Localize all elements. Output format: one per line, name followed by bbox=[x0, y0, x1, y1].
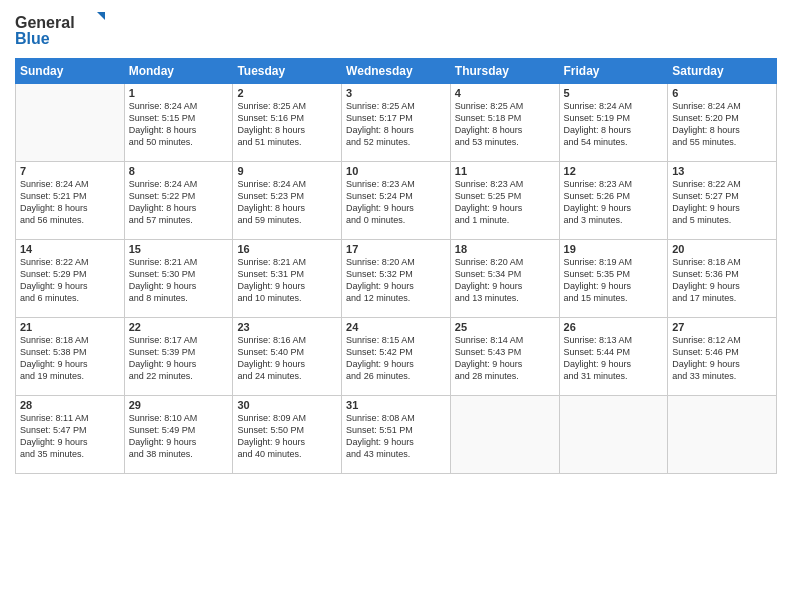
day-number: 23 bbox=[237, 321, 337, 333]
calendar-cell: 20Sunrise: 8:18 AMSunset: 5:36 PMDayligh… bbox=[668, 240, 777, 318]
calendar-cell: 26Sunrise: 8:13 AMSunset: 5:44 PMDayligh… bbox=[559, 318, 668, 396]
cell-info: Sunrise: 8:24 AMSunset: 5:22 PMDaylight:… bbox=[129, 178, 229, 227]
day-number: 3 bbox=[346, 87, 446, 99]
logo: General Blue bbox=[15, 10, 105, 50]
day-number: 29 bbox=[129, 399, 229, 411]
day-number: 12 bbox=[564, 165, 664, 177]
cell-info: Sunrise: 8:08 AMSunset: 5:51 PMDaylight:… bbox=[346, 412, 446, 461]
calendar-cell: 22Sunrise: 8:17 AMSunset: 5:39 PMDayligh… bbox=[124, 318, 233, 396]
calendar-cell: 21Sunrise: 8:18 AMSunset: 5:38 PMDayligh… bbox=[16, 318, 125, 396]
calendar-week-1: 1Sunrise: 8:24 AMSunset: 5:15 PMDaylight… bbox=[16, 84, 777, 162]
day-number: 24 bbox=[346, 321, 446, 333]
day-number: 18 bbox=[455, 243, 555, 255]
cell-info: Sunrise: 8:10 AMSunset: 5:49 PMDaylight:… bbox=[129, 412, 229, 461]
day-number: 21 bbox=[20, 321, 120, 333]
weekday-thursday: Thursday bbox=[450, 59, 559, 84]
cell-info: Sunrise: 8:19 AMSunset: 5:35 PMDaylight:… bbox=[564, 256, 664, 305]
cell-info: Sunrise: 8:11 AMSunset: 5:47 PMDaylight:… bbox=[20, 412, 120, 461]
calendar-week-2: 7Sunrise: 8:24 AMSunset: 5:21 PMDaylight… bbox=[16, 162, 777, 240]
cell-info: Sunrise: 8:23 AMSunset: 5:24 PMDaylight:… bbox=[346, 178, 446, 227]
day-number: 22 bbox=[129, 321, 229, 333]
cell-info: Sunrise: 8:17 AMSunset: 5:39 PMDaylight:… bbox=[129, 334, 229, 383]
calendar-cell: 6Sunrise: 8:24 AMSunset: 5:20 PMDaylight… bbox=[668, 84, 777, 162]
calendar-cell: 27Sunrise: 8:12 AMSunset: 5:46 PMDayligh… bbox=[668, 318, 777, 396]
calendar-cell bbox=[16, 84, 125, 162]
day-number: 20 bbox=[672, 243, 772, 255]
calendar-cell: 18Sunrise: 8:20 AMSunset: 5:34 PMDayligh… bbox=[450, 240, 559, 318]
cell-info: Sunrise: 8:24 AMSunset: 5:21 PMDaylight:… bbox=[20, 178, 120, 227]
cell-info: Sunrise: 8:23 AMSunset: 5:25 PMDaylight:… bbox=[455, 178, 555, 227]
day-number: 6 bbox=[672, 87, 772, 99]
cell-info: Sunrise: 8:20 AMSunset: 5:32 PMDaylight:… bbox=[346, 256, 446, 305]
calendar-table: SundayMondayTuesdayWednesdayThursdayFrid… bbox=[15, 58, 777, 474]
calendar-cell: 5Sunrise: 8:24 AMSunset: 5:19 PMDaylight… bbox=[559, 84, 668, 162]
svg-text:Blue: Blue bbox=[15, 30, 50, 47]
calendar-cell: 28Sunrise: 8:11 AMSunset: 5:47 PMDayligh… bbox=[16, 396, 125, 474]
calendar-cell: 10Sunrise: 8:23 AMSunset: 5:24 PMDayligh… bbox=[342, 162, 451, 240]
calendar-cell: 14Sunrise: 8:22 AMSunset: 5:29 PMDayligh… bbox=[16, 240, 125, 318]
day-number: 26 bbox=[564, 321, 664, 333]
cell-info: Sunrise: 8:21 AMSunset: 5:31 PMDaylight:… bbox=[237, 256, 337, 305]
day-number: 7 bbox=[20, 165, 120, 177]
svg-marker-2 bbox=[97, 12, 105, 22]
day-number: 19 bbox=[564, 243, 664, 255]
weekday-saturday: Saturday bbox=[668, 59, 777, 84]
day-number: 30 bbox=[237, 399, 337, 411]
calendar-cell: 29Sunrise: 8:10 AMSunset: 5:49 PMDayligh… bbox=[124, 396, 233, 474]
cell-info: Sunrise: 8:15 AMSunset: 5:42 PMDaylight:… bbox=[346, 334, 446, 383]
calendar-cell: 16Sunrise: 8:21 AMSunset: 5:31 PMDayligh… bbox=[233, 240, 342, 318]
calendar-cell: 1Sunrise: 8:24 AMSunset: 5:15 PMDaylight… bbox=[124, 84, 233, 162]
day-number: 10 bbox=[346, 165, 446, 177]
weekday-friday: Friday bbox=[559, 59, 668, 84]
calendar-cell bbox=[450, 396, 559, 474]
cell-info: Sunrise: 8:12 AMSunset: 5:46 PMDaylight:… bbox=[672, 334, 772, 383]
weekday-tuesday: Tuesday bbox=[233, 59, 342, 84]
cell-info: Sunrise: 8:22 AMSunset: 5:29 PMDaylight:… bbox=[20, 256, 120, 305]
day-number: 5 bbox=[564, 87, 664, 99]
calendar-cell: 2Sunrise: 8:25 AMSunset: 5:16 PMDaylight… bbox=[233, 84, 342, 162]
cell-info: Sunrise: 8:18 AMSunset: 5:36 PMDaylight:… bbox=[672, 256, 772, 305]
cell-info: Sunrise: 8:25 AMSunset: 5:17 PMDaylight:… bbox=[346, 100, 446, 149]
day-number: 15 bbox=[129, 243, 229, 255]
cell-info: Sunrise: 8:25 AMSunset: 5:16 PMDaylight:… bbox=[237, 100, 337, 149]
weekday-wednesday: Wednesday bbox=[342, 59, 451, 84]
cell-info: Sunrise: 8:24 AMSunset: 5:19 PMDaylight:… bbox=[564, 100, 664, 149]
calendar-cell: 12Sunrise: 8:23 AMSunset: 5:26 PMDayligh… bbox=[559, 162, 668, 240]
day-number: 28 bbox=[20, 399, 120, 411]
calendar-cell: 8Sunrise: 8:24 AMSunset: 5:22 PMDaylight… bbox=[124, 162, 233, 240]
header: General Blue bbox=[15, 10, 777, 50]
cell-info: Sunrise: 8:23 AMSunset: 5:26 PMDaylight:… bbox=[564, 178, 664, 227]
day-number: 13 bbox=[672, 165, 772, 177]
calendar-cell: 13Sunrise: 8:22 AMSunset: 5:27 PMDayligh… bbox=[668, 162, 777, 240]
cell-info: Sunrise: 8:21 AMSunset: 5:30 PMDaylight:… bbox=[129, 256, 229, 305]
day-number: 11 bbox=[455, 165, 555, 177]
cell-info: Sunrise: 8:13 AMSunset: 5:44 PMDaylight:… bbox=[564, 334, 664, 383]
calendar-cell bbox=[668, 396, 777, 474]
calendar-cell: 15Sunrise: 8:21 AMSunset: 5:30 PMDayligh… bbox=[124, 240, 233, 318]
calendar-cell: 30Sunrise: 8:09 AMSunset: 5:50 PMDayligh… bbox=[233, 396, 342, 474]
weekday-header-row: SundayMondayTuesdayWednesdayThursdayFrid… bbox=[16, 59, 777, 84]
calendar-cell bbox=[559, 396, 668, 474]
calendar-cell: 19Sunrise: 8:19 AMSunset: 5:35 PMDayligh… bbox=[559, 240, 668, 318]
calendar-cell: 7Sunrise: 8:24 AMSunset: 5:21 PMDaylight… bbox=[16, 162, 125, 240]
calendar-week-5: 28Sunrise: 8:11 AMSunset: 5:47 PMDayligh… bbox=[16, 396, 777, 474]
cell-info: Sunrise: 8:24 AMSunset: 5:20 PMDaylight:… bbox=[672, 100, 772, 149]
calendar-page: General Blue SundayMondayTuesdayWednesda… bbox=[0, 0, 792, 612]
day-number: 31 bbox=[346, 399, 446, 411]
svg-text:General: General bbox=[15, 14, 75, 31]
day-number: 8 bbox=[129, 165, 229, 177]
cell-info: Sunrise: 8:22 AMSunset: 5:27 PMDaylight:… bbox=[672, 178, 772, 227]
calendar-cell: 24Sunrise: 8:15 AMSunset: 5:42 PMDayligh… bbox=[342, 318, 451, 396]
logo-svg: General Blue bbox=[15, 10, 105, 50]
cell-info: Sunrise: 8:24 AMSunset: 5:23 PMDaylight:… bbox=[237, 178, 337, 227]
calendar-cell: 25Sunrise: 8:14 AMSunset: 5:43 PMDayligh… bbox=[450, 318, 559, 396]
day-number: 16 bbox=[237, 243, 337, 255]
day-number: 2 bbox=[237, 87, 337, 99]
weekday-sunday: Sunday bbox=[16, 59, 125, 84]
calendar-week-3: 14Sunrise: 8:22 AMSunset: 5:29 PMDayligh… bbox=[16, 240, 777, 318]
calendar-cell: 17Sunrise: 8:20 AMSunset: 5:32 PMDayligh… bbox=[342, 240, 451, 318]
day-number: 27 bbox=[672, 321, 772, 333]
cell-info: Sunrise: 8:14 AMSunset: 5:43 PMDaylight:… bbox=[455, 334, 555, 383]
calendar-cell: 3Sunrise: 8:25 AMSunset: 5:17 PMDaylight… bbox=[342, 84, 451, 162]
day-number: 4 bbox=[455, 87, 555, 99]
